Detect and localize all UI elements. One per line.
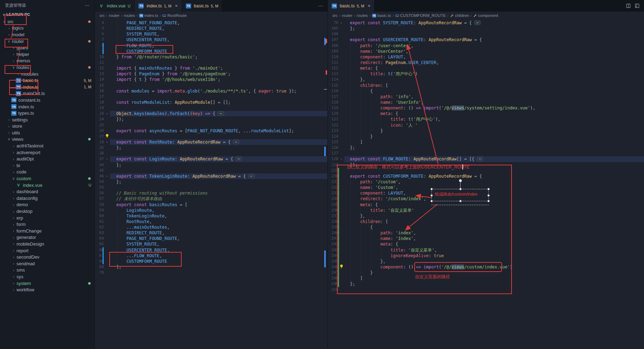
code-line-46[interactable]: 46›export const TokenLoginRoute: AppRout… xyxy=(95,173,327,179)
explorer-more-icon[interactable]: ⋯ xyxy=(85,2,90,8)
code-line-58[interactable]: 58export const basicRoutes = [ xyxy=(95,202,327,208)
split-editor-icon[interactable] xyxy=(626,3,631,8)
code-line-55[interactable]: 55 xyxy=(95,185,327,190)
breadcrumb-item-RootRoute[interactable]: RootRoute xyxy=(162,13,187,18)
code-editor-basic-ts[interactable]: 76›export const SYSTEM_ROUTE: AppRouteRe… xyxy=(328,19,644,349)
code-line-18[interactable]: 18const routeModuleList: AppRouteModule[… xyxy=(95,100,327,105)
tree-item-views[interactable]: ∨views xyxy=(0,136,95,143)
tree-item-workflow[interactable]: ›workflow xyxy=(0,286,95,293)
tree-item-bi[interactable]: ›bi xyxy=(0,162,95,169)
tree-item-sys[interactable]: ›sys xyxy=(0,273,95,280)
code-line-121[interactable]: 121 title: t('用户中心'), xyxy=(328,116,644,122)
code-line-54[interactable]: 54}; xyxy=(95,179,327,185)
breadcrumb-item-src[interactable]: src xyxy=(99,13,105,18)
code-line-10[interactable]: 10} from '/@/router/routes/basic'; xyxy=(95,54,327,60)
tree-item-activereport[interactable]: ›activereport xyxy=(0,149,95,156)
tree-item-dashboard[interactable]: ›dashboard xyxy=(0,188,95,195)
code-line-28[interactable]: 28›export const RootRoute: AppRouteRecor… xyxy=(95,139,327,145)
code-editor-index-ts[interactable]: 4 PAGE_NOT_FOUND_ROUTE,5 REDIRECT_ROUTE,… xyxy=(95,19,327,349)
tree-item-form[interactable]: ›form xyxy=(0,221,95,228)
code-line-237[interactable]: 237 }, xyxy=(328,213,644,219)
code-line-110[interactable]: 110 component: LAYOUT, xyxy=(328,54,644,60)
lightbulb-icon[interactable] xyxy=(339,264,344,268)
code-line-45[interactable]: 45 xyxy=(95,168,327,173)
code-line-106[interactable]: 106 xyxy=(328,31,644,37)
breadcrumb-item-routes[interactable]: routes xyxy=(124,13,135,18)
tree-item-model[interactable]: ›model xyxy=(0,31,95,38)
fold-chevron-icon[interactable]: › xyxy=(104,139,110,145)
code-line-63[interactable]: 63 REDIRECT_ROUTE, xyxy=(95,230,327,236)
code-line-69[interactable]: 69]; xyxy=(95,264,327,270)
code-line-236[interactable]: 236 title: '自定义菜单' xyxy=(328,208,644,213)
code-line-249[interactable]: 249}; xyxy=(328,281,644,287)
tree-item-menus[interactable]: ›menus xyxy=(0,58,95,64)
tree-item-constant.ts[interactable]: TSconstant.ts xyxy=(0,97,95,103)
code-line-16[interactable]: 16const modules = import.meta.glob('./mo… xyxy=(95,88,327,94)
code-line-234[interactable]: 234 redirect: '/custom/index', xyxy=(328,196,644,202)
code-line-119[interactable]: 119 component: () => import('/@/views/sy… xyxy=(328,105,644,111)
code-line-20[interactable]: 20›Object.keys(modules).forEach((key) =>… xyxy=(95,111,327,116)
close-icon[interactable]: × xyxy=(175,3,178,8)
tab-basic.ts[interactable]: TSbasic.ts5, M xyxy=(182,0,223,12)
code-line-244[interactable]: 244 ignoreKeepAlive: true xyxy=(328,253,644,259)
code-line-248[interactable]: 248 ] xyxy=(328,275,644,281)
lightbulb-gutter[interactable] xyxy=(104,134,110,139)
project-root-row[interactable]: ∨ LEARUN PC xyxy=(0,11,95,18)
code-line-112[interactable]: 112 meta: { xyxy=(328,65,644,71)
code-line-56[interactable]: 56// Basic routing without permissions xyxy=(95,190,327,196)
fold-chevron-icon[interactable]: › xyxy=(104,156,110,162)
code-line-35[interactable]: 35}; xyxy=(95,145,327,151)
breadcrumb-item-index.ts[interactable]: TSindex.ts xyxy=(139,13,158,18)
code-line-25[interactable]: 25 xyxy=(95,122,327,128)
code-line-61[interactable]: 61 RootRoute, xyxy=(95,219,327,224)
code-line-59[interactable]: 59 LoginRoute, xyxy=(95,208,327,213)
tree-item-basic.ts[interactable]: TSbasic.ts5, M xyxy=(0,77,95,84)
tree-item-index.ts[interactable]: TSindex.ts1, M xyxy=(0,84,95,90)
fold-chevron-icon[interactable]: › xyxy=(338,156,344,162)
tree-item-formChange[interactable]: ›formChange xyxy=(0,228,95,234)
breadcrumb-item-router[interactable]: router xyxy=(342,13,352,18)
breadcrumb-item-router[interactable]: router xyxy=(109,13,119,18)
code-line-123[interactable]: 123 } xyxy=(328,128,644,134)
code-line-67[interactable]: 67 ...FLOW_ROUTE, xyxy=(95,253,327,259)
code-line-250[interactable]: 250 xyxy=(328,287,644,293)
code-line-124[interactable]: 124 } xyxy=(328,134,644,139)
code-line-240[interactable]: 240 path: 'index', xyxy=(328,230,644,236)
code-line-118[interactable]: 118 name: 'UserInfo', xyxy=(328,100,644,105)
tree-item-secondDev[interactable]: ›secondDev xyxy=(0,254,95,260)
folded-code-badge[interactable]: ⋯ xyxy=(218,111,224,116)
breadcrumb-item-component[interactable]: component xyxy=(473,13,498,18)
tree-item-index.ts[interactable]: TSindex.ts xyxy=(0,103,95,110)
code-line-6[interactable]: 6 SYSTEM_ROUTE, xyxy=(95,31,327,37)
code-line-37[interactable]: 37›export const LoginRoute: AppRouteReco… xyxy=(95,156,327,162)
tree-item-sms[interactable]: ›sms xyxy=(0,267,95,274)
code-line-12[interactable]: 12import { mainOutRoutes } from './mainO… xyxy=(95,65,327,71)
code-line-238[interactable]: 238 children: [ xyxy=(328,219,644,224)
code-line-4[interactable]: 4 PAGE_NOT_FOUND_ROUTE, xyxy=(95,20,327,26)
editor-actions-more-icon[interactable]: ⋯ xyxy=(318,3,323,9)
tree-item-types.ts[interactable]: TStypes.ts xyxy=(0,110,95,116)
tree-item-logics[interactable]: ›logics xyxy=(0,25,95,32)
code-line-127[interactable]: 127 xyxy=(328,151,644,156)
code-line-26[interactable]: 26export const asyncRoutes = [PAGE_NOT_F… xyxy=(95,128,327,134)
tree-item-actHiTaskinst[interactable]: ›actHiTaskinst xyxy=(0,142,95,149)
code-line-122[interactable]: 122 icon: '人 ' xyxy=(328,122,644,128)
tree-item-code[interactable]: ›code xyxy=(0,169,95,176)
code-line-126[interactable]: 126}; xyxy=(328,145,644,151)
tree-item-generator[interactable]: ›generator xyxy=(0,234,95,241)
breadcrumb-item-CUSTOMFORM_ROUTE[interactable]: CUSTOMFORM_ROUTE xyxy=(395,13,446,18)
lightbulb-gutter[interactable] xyxy=(338,264,344,270)
tree-item-mobileDesign[interactable]: ›mobileDesign xyxy=(0,241,95,247)
code-line-229[interactable]: 229 xyxy=(328,168,644,173)
fold-chevron-icon[interactable]: › xyxy=(104,111,110,116)
folded-code-badge[interactable]: ⋯ xyxy=(233,140,239,144)
code-line-7[interactable]: 7 USERCENTER_ROUTE, xyxy=(95,37,327,43)
tree-item-desktop[interactable]: ›desktop xyxy=(0,208,95,215)
code-line-115[interactable]: 115 children: [ xyxy=(328,83,644,88)
tree-item-settings[interactable]: ›settings xyxy=(0,116,95,123)
fold-chevron-icon[interactable]: › xyxy=(104,173,110,179)
lightbulb-icon[interactable] xyxy=(105,134,109,138)
code-line-19[interactable]: 19 xyxy=(95,105,327,111)
code-line-36[interactable]: 36 xyxy=(95,151,327,156)
breadcrumb-item-routes[interactable]: routes xyxy=(357,13,368,18)
